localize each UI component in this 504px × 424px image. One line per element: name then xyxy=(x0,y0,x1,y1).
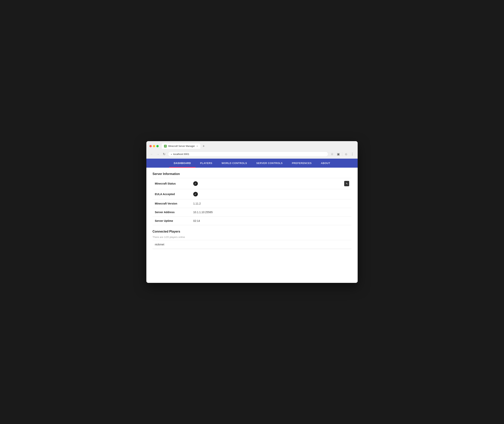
nav-item-preferences[interactable]: PREFERENCES xyxy=(287,159,316,168)
table-row: Server Uptime 02:14 xyxy=(152,217,352,225)
traffic-lights xyxy=(149,145,159,147)
nav-item-world-controls[interactable]: WORLD CONTROLS xyxy=(217,159,252,168)
tab-title: Minecraft Server Manager xyxy=(168,145,195,148)
server-address-value: 10.1.1.10:25565 xyxy=(191,208,352,217)
minecraft-status-checkmark: ✓ xyxy=(193,181,198,186)
extensions-icon[interactable]: ▣ xyxy=(336,152,340,156)
forward-button[interactable]: → xyxy=(156,152,160,156)
new-tab-button[interactable]: + xyxy=(203,144,205,148)
app-nav: DASHBOARD PLAYERS WORLD CONTROLS SERVER … xyxy=(146,159,358,168)
browser-titlebar: 🗺 Minecraft Server Manager × + xyxy=(146,141,358,150)
minecraft-status-label: Minecraft Status xyxy=(152,178,191,189)
eula-accepted-label: EULA Accepted xyxy=(152,189,191,199)
tab-favicon: 🗺 xyxy=(164,145,167,148)
table-row: EULA Accepted ✓ xyxy=(152,189,352,199)
url-text: localhost:3001 xyxy=(173,153,189,156)
server-info-table: Minecraft Status ✓ ✎ EULA Accepted ✓ Min… xyxy=(152,178,352,225)
players-end-divider xyxy=(152,249,352,249)
nav-item-server-controls[interactable]: SERVER CONTROLS xyxy=(252,159,287,168)
eula-accepted-value: ✓ xyxy=(191,189,352,199)
nav-item-about[interactable]: ABOUT xyxy=(316,159,335,168)
players-subtitle: There are 1/20 players online xyxy=(152,236,352,238)
server-info-title: Server Information xyxy=(152,172,352,176)
maximize-button[interactable] xyxy=(156,145,159,147)
nav-item-players[interactable]: PLAYERS xyxy=(195,159,217,168)
server-uptime-label: Server Uptime xyxy=(152,217,191,225)
browser-toolbar-right: ☆ ▣ ☺ ⋮ xyxy=(330,152,355,156)
minecraft-version-label: Minecraft Version xyxy=(152,199,191,208)
clipboard-button[interactable]: ✎ xyxy=(344,181,349,186)
minecraft-status-value: ✓ ✎ xyxy=(191,178,352,189)
table-row: Minecraft Version 1.11.2 xyxy=(152,199,352,208)
nav-item-dashboard[interactable]: DASHBOARD xyxy=(169,159,195,168)
page-content: Server Information Minecraft Status ✓ ✎ … xyxy=(146,168,358,283)
server-address-label: Server Address xyxy=(152,208,191,217)
profile-icon[interactable]: ☺ xyxy=(344,152,348,156)
eula-checkmark: ✓ xyxy=(193,192,198,196)
browser-window: 🗺 Minecraft Server Manager × + ← → ↻ ● l… xyxy=(146,141,358,283)
table-row: Minecraft Status ✓ ✎ xyxy=(152,178,352,189)
browser-tab[interactable]: 🗺 Minecraft Server Manager × xyxy=(162,143,200,149)
connected-players-title: Connected Players xyxy=(152,230,352,233)
status-row-content: ✓ ✎ xyxy=(193,181,349,186)
minecraft-version-value: 1.11.2 xyxy=(191,199,352,208)
menu-icon[interactable]: ⋮ xyxy=(350,152,355,156)
minimize-button[interactable] xyxy=(153,145,155,147)
address-bar[interactable]: ● localhost:3001 xyxy=(168,151,328,157)
table-row: Server Address 10.1.1.10:25565 xyxy=(152,208,352,217)
close-button[interactable] xyxy=(149,145,152,147)
server-uptime-value: 02:14 xyxy=(191,217,352,225)
list-item: nickrnet xyxy=(152,240,352,249)
tab-close-button[interactable]: × xyxy=(196,145,198,148)
lock-icon: ● xyxy=(171,153,172,155)
browser-addressbar: ← → ↻ ● localhost:3001 ☆ ▣ ☺ ⋮ xyxy=(146,150,358,159)
browser-chrome: 🗺 Minecraft Server Manager × + ← → ↻ ● l… xyxy=(146,141,358,159)
refresh-button[interactable]: ↻ xyxy=(162,152,166,156)
back-button[interactable]: ← xyxy=(149,152,154,156)
bookmark-icon[interactable]: ☆ xyxy=(330,152,334,156)
